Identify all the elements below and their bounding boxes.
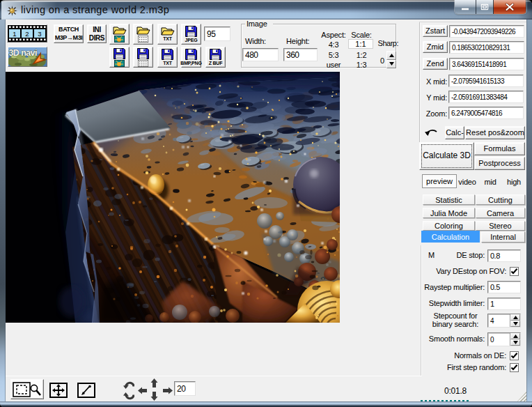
svg-text:1: 1 <box>13 30 16 38</box>
svg-text:3: 3 <box>38 30 41 38</box>
svg-text:3D navi: 3D navi <box>9 48 37 58</box>
svg-text:2: 2 <box>25 30 29 38</box>
